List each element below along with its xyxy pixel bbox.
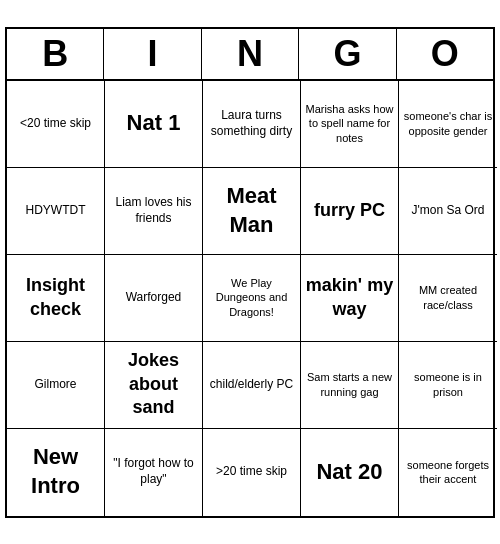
header-letter: G <box>299 29 396 79</box>
bingo-cell: Jokes about sand <box>105 342 203 429</box>
bingo-cell: Laura turns something dirty <box>203 81 301 168</box>
bingo-cell: "I forgot how to play" <box>105 429 203 516</box>
bingo-cell: makin' my way <box>301 255 399 342</box>
bingo-cell: New Intro <box>7 429 105 516</box>
bingo-cell: Gilmore <box>7 342 105 429</box>
header-letter: B <box>7 29 104 79</box>
bingo-cell: Nat 20 <box>301 429 399 516</box>
bingo-cell: MM created race/class <box>399 255 497 342</box>
bingo-cell: HDYWTDT <box>7 168 105 255</box>
bingo-cell: Sam starts a new running gag <box>301 342 399 429</box>
bingo-cell: someone is in prison <box>399 342 497 429</box>
bingo-cell: Meat Man <box>203 168 301 255</box>
bingo-header: BINGO <box>7 29 493 81</box>
bingo-cell: Insight check <box>7 255 105 342</box>
bingo-cell: <20 time skip <box>7 81 105 168</box>
bingo-cell: J'mon Sa Ord <box>399 168 497 255</box>
header-letter: I <box>104 29 201 79</box>
bingo-cell: furry PC <box>301 168 399 255</box>
bingo-card: BINGO <20 time skipNat 1Laura turns some… <box>5 27 495 518</box>
header-letter: N <box>202 29 299 79</box>
bingo-cell: Warforged <box>105 255 203 342</box>
bingo-cell: child/elderly PC <box>203 342 301 429</box>
bingo-grid: <20 time skipNat 1Laura turns something … <box>7 81 493 516</box>
bingo-cell: Nat 1 <box>105 81 203 168</box>
bingo-cell: We Play Dungeons and Dragons! <box>203 255 301 342</box>
bingo-cell: Liam loves his friends <box>105 168 203 255</box>
bingo-cell: someone forgets their accent <box>399 429 497 516</box>
bingo-cell: >20 time skip <box>203 429 301 516</box>
bingo-cell: someone's char is opposite gender <box>399 81 497 168</box>
header-letter: O <box>397 29 493 79</box>
bingo-cell: Marisha asks how to spell name for notes <box>301 81 399 168</box>
